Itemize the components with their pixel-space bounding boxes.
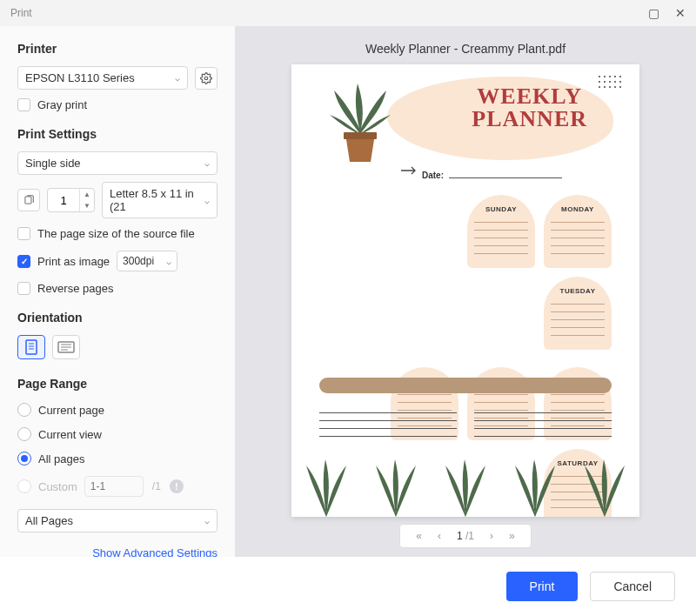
copies-input[interactable] bbox=[48, 194, 79, 207]
svg-point-16 bbox=[604, 81, 606, 83]
chevron-down-icon: ⌵ bbox=[204, 158, 210, 168]
svg-point-21 bbox=[604, 86, 606, 88]
checkbox-icon bbox=[17, 282, 30, 295]
arrow-icon bbox=[399, 164, 418, 177]
svg-point-14 bbox=[619, 76, 621, 77]
chevron-down-icon: ⌵ bbox=[204, 516, 210, 526]
pager-next-icon[interactable]: › bbox=[490, 530, 493, 542]
print-as-image-checkbox[interactable]: Print as image bbox=[17, 255, 110, 268]
day-card: TUESDAY bbox=[544, 277, 612, 350]
cancel-button[interactable]: Cancel bbox=[590, 572, 675, 601]
main-area: Printer EPSON L3110 Series ⌵ Gray print … bbox=[0, 26, 696, 557]
orientation-heading: Orientation bbox=[17, 311, 218, 325]
radio-selected-icon bbox=[17, 452, 31, 465]
window-title: Print bbox=[10, 7, 32, 19]
stepper-up-icon[interactable]: ▲ bbox=[80, 189, 94, 200]
print-button[interactable]: Print bbox=[506, 572, 579, 601]
checkbox-icon bbox=[17, 98, 30, 111]
custom-suffix: /1 bbox=[152, 480, 161, 492]
current-page-label: Current page bbox=[38, 404, 104, 417]
all-pages-label: All pages bbox=[38, 452, 84, 465]
svg-rect-2 bbox=[26, 340, 37, 354]
subset-selected-label: All Pages bbox=[25, 514, 73, 527]
svg-point-18 bbox=[614, 81, 616, 83]
preview-pager: « ‹ 1 /1 › » bbox=[399, 524, 531, 548]
orientation-portrait-button[interactable] bbox=[17, 335, 45, 359]
close-icon[interactable]: ✕ bbox=[675, 7, 686, 19]
day-card: SUNDAY bbox=[467, 195, 535, 268]
preview-page: WEEKLYPLANNER Date: SUNDAYMONDAYTUESDAYW… bbox=[291, 64, 639, 517]
svg-point-15 bbox=[599, 81, 600, 83]
chevron-down-icon: ⌵ bbox=[175, 73, 180, 83]
plant-icon bbox=[321, 82, 399, 180]
orientation-landscape-button[interactable] bbox=[52, 335, 80, 359]
copies-stepper[interactable]: ▲▼ bbox=[47, 188, 95, 212]
info-icon[interactable]: ! bbox=[170, 479, 184, 493]
svg-point-20 bbox=[599, 86, 600, 88]
maximize-icon[interactable]: ▢ bbox=[648, 7, 659, 19]
duplex-selected-label: Single side bbox=[25, 157, 81, 170]
titlebar: Print ▢ ✕ bbox=[0, 0, 696, 26]
dpi-selected-label: 300dpi bbox=[123, 255, 154, 267]
paper-selected-label: Letter 8.5 x 11 in (21 bbox=[110, 187, 204, 213]
svg-point-24 bbox=[619, 86, 621, 88]
gray-print-checkbox[interactable]: Gray print bbox=[17, 98, 218, 111]
chevron-down-icon: ⌵ bbox=[166, 257, 171, 266]
print-as-image-label: Print as image bbox=[37, 255, 110, 268]
reverse-pages-checkbox[interactable]: Reverse pages bbox=[17, 282, 218, 295]
range-all-pages-radio[interactable]: All pages bbox=[17, 452, 218, 465]
range-current-page-radio[interactable]: Current page bbox=[17, 403, 218, 417]
svg-point-10 bbox=[599, 76, 600, 77]
svg-point-19 bbox=[619, 81, 621, 83]
print-settings-heading: Print Settings bbox=[17, 127, 218, 141]
notes-section bbox=[319, 405, 612, 444]
custom-range-input[interactable] bbox=[84, 476, 144, 497]
printer-select[interactable]: EPSON L3110 Series ⌵ bbox=[17, 66, 188, 90]
svg-point-11 bbox=[604, 76, 606, 77]
svg-rect-1 bbox=[25, 197, 31, 204]
bottom-plants bbox=[291, 452, 639, 517]
custom-label: Custom bbox=[38, 480, 77, 493]
planner-title: WEEKLYPLANNER bbox=[472, 85, 587, 131]
preview-panel: Weekly Planner - Creammy Plant.pdf WEEKL… bbox=[235, 26, 696, 557]
radio-icon bbox=[17, 427, 31, 441]
checkbox-icon bbox=[17, 227, 30, 240]
dpi-select[interactable]: 300dpi ⌵ bbox=[117, 251, 177, 271]
svg-point-23 bbox=[614, 86, 616, 88]
page-subset-select[interactable]: All Pages ⌵ bbox=[17, 509, 218, 532]
range-current-view-radio[interactable]: Current view bbox=[17, 427, 218, 441]
duplex-select[interactable]: Single side ⌵ bbox=[17, 151, 218, 175]
titlebar-actions: ▢ ✕ bbox=[648, 7, 686, 19]
chevron-down-icon: ⌵ bbox=[204, 196, 210, 205]
source-size-label: The page size of the source file bbox=[37, 227, 195, 240]
radio-disabled-icon[interactable] bbox=[17, 479, 31, 493]
checkbox-checked-icon bbox=[17, 255, 30, 268]
source-size-checkbox[interactable]: The page size of the source file bbox=[17, 227, 218, 240]
stepper-down-icon[interactable]: ▼ bbox=[80, 200, 94, 211]
svg-point-22 bbox=[609, 86, 611, 88]
day-card: MONDAY bbox=[544, 195, 612, 268]
pager-total: /1 bbox=[465, 530, 474, 542]
footer: Print Cancel bbox=[0, 557, 696, 616]
paper-size-select[interactable]: Letter 8.5 x 11 in (21 ⌵ bbox=[102, 182, 218, 218]
svg-point-12 bbox=[609, 76, 611, 77]
svg-rect-25 bbox=[344, 132, 377, 139]
reverse-pages-label: Reverse pages bbox=[37, 282, 113, 295]
pager-prev-icon[interactable]: ‹ bbox=[438, 530, 441, 542]
collate-button[interactable] bbox=[17, 189, 40, 211]
radio-icon bbox=[17, 403, 31, 417]
gray-print-label: Gray print bbox=[37, 98, 87, 111]
pager-current: 1 bbox=[457, 530, 463, 542]
advanced-settings-link[interactable]: Show Advanced Settings bbox=[17, 546, 218, 557]
svg-point-13 bbox=[614, 76, 616, 77]
pager-last-icon[interactable]: » bbox=[509, 530, 515, 542]
dots-pattern-icon bbox=[596, 73, 631, 99]
divider-bar bbox=[319, 378, 612, 393]
printer-heading: Printer bbox=[17, 42, 218, 56]
svg-point-0 bbox=[204, 77, 208, 80]
printer-properties-button[interactable] bbox=[195, 67, 218, 90]
pager-first-icon[interactable]: « bbox=[416, 530, 422, 542]
settings-panel: Printer EPSON L3110 Series ⌵ Gray print … bbox=[0, 26, 235, 557]
document-preview: WEEKLYPLANNER Date: SUNDAYMONDAYTUESDAYW… bbox=[291, 64, 639, 517]
page-range-heading: Page Range bbox=[17, 377, 218, 391]
